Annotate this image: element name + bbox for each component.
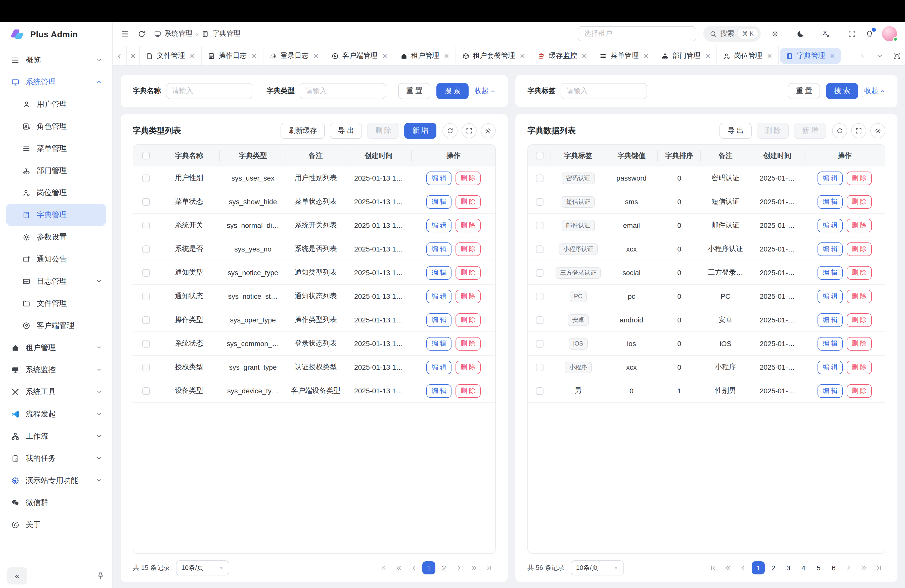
delete-button[interactable]: 删 除 [456, 361, 480, 374]
row-checkbox[interactable] [133, 190, 158, 213]
edit-button[interactable]: 编 辑 [818, 384, 843, 397]
edit-button[interactable]: 编 辑 [427, 361, 451, 374]
row-checkbox[interactable] [133, 332, 158, 355]
edit-button[interactable]: 编 辑 [427, 219, 451, 232]
tab-4[interactable]: 租户管理 ✕ [394, 46, 456, 65]
page-prev-button[interactable] [737, 561, 749, 574]
page-first-button[interactable] [707, 561, 719, 574]
breadcrumb-item-system[interactable]: 系统管理 [154, 29, 192, 38]
page-last-button[interactable] [872, 561, 885, 574]
tab-2[interactable]: 登录日志 ✕ [264, 46, 325, 65]
table-fullscreen-button[interactable] [851, 123, 866, 138]
row-checkbox[interactable] [528, 285, 551, 308]
page-number-1[interactable]: 1 [422, 561, 435, 574]
tabs-scroll-left[interactable] [113, 46, 127, 65]
dark-mode-moon-icon[interactable] [796, 29, 805, 38]
sidebar-item-14[interactable]: 系统监控 [6, 359, 106, 381]
sidebar-item-19[interactable]: 演示站专用功能 [6, 469, 106, 491]
tab-close-icon[interactable]: ✕ [705, 52, 711, 60]
filter-input[interactable]: 请输入 [300, 83, 386, 99]
delete-button[interactable]: 删 除 [456, 219, 480, 232]
row-checkbox[interactable] [528, 308, 551, 332]
page-number-2[interactable]: 2 [767, 561, 780, 574]
filter-input[interactable]: 请输入 [166, 83, 252, 99]
row-checkbox[interactable] [133, 379, 158, 402]
sidebar-item-0[interactable]: 概览 [6, 49, 106, 71]
tabs-scroll-right[interactable] [854, 46, 871, 65]
edit-button[interactable]: 编 辑 [427, 242, 451, 256]
edit-button[interactable]: 编 辑 [427, 313, 451, 327]
right-toolbar-button-0[interactable]: 导 出 [720, 123, 752, 139]
delete-button[interactable]: 删 除 [847, 266, 872, 280]
edit-button[interactable]: 编 辑 [818, 361, 843, 374]
sidebar-item-8[interactable]: 参数设置 [6, 226, 106, 248]
delete-button[interactable]: 删 除 [847, 195, 872, 208]
row-checkbox[interactable] [133, 285, 158, 308]
tab-close-icon[interactable]: ✕ [444, 52, 449, 60]
edit-button[interactable]: 编 辑 [818, 313, 843, 327]
sidebar-item-10[interactable]: DEV 日志管理 [6, 270, 106, 292]
collapse-filters-link[interactable]: 收起 [864, 86, 885, 95]
page-last-button[interactable] [483, 561, 496, 574]
page-first-button[interactable] [377, 561, 390, 574]
sidebar-item-2[interactable]: 用户管理 [6, 93, 106, 115]
row-checkbox[interactable] [133, 356, 158, 379]
page-fast-prev-button[interactable] [721, 561, 735, 574]
page-number-6[interactable]: 6 [827, 561, 840, 574]
tab-close-icon[interactable]: ✕ [313, 52, 319, 60]
tab-6[interactable]: redis 缓存监控 ✕ [532, 46, 594, 65]
sidebar-item-15[interactable]: 系统工具 [6, 381, 106, 403]
avatar[interactable] [882, 26, 897, 41]
page-size-select[interactable]: 10条/页▼ [570, 560, 624, 575]
edit-button[interactable]: 编 辑 [818, 289, 843, 303]
edit-button[interactable]: 编 辑 [427, 384, 451, 397]
sidebar-item-21[interactable]: 关于 [6, 513, 106, 536]
delete-button[interactable]: 删 除 [847, 242, 872, 256]
left-toolbar-button-3[interactable]: 新 增 [404, 123, 437, 139]
page-next-button[interactable] [842, 561, 855, 574]
pin-icon[interactable] [96, 571, 105, 580]
page-prev-button[interactable] [407, 561, 420, 574]
tab-close-icon[interactable]: ✕ [581, 52, 587, 60]
select-all-checkbox[interactable] [528, 145, 551, 167]
select-all-checkbox[interactable] [133, 145, 158, 167]
row-checkbox[interactable] [528, 261, 551, 284]
tab-close-icon[interactable]: ✕ [189, 52, 195, 60]
right-toolbar-button-2[interactable]: 新 增 [794, 123, 826, 139]
delete-button[interactable]: 删 除 [847, 171, 872, 185]
page-size-select[interactable]: 10条/页▼ [176, 560, 229, 575]
sidebar-item-11[interactable]: 文件管理 [6, 292, 106, 315]
tab-1[interactable]: 操作日志 ✕ [202, 46, 264, 65]
sidebar-item-4[interactable]: 菜单管理 [6, 137, 106, 159]
content-fullscreen-button[interactable] [888, 46, 905, 65]
edit-button[interactable]: 编 辑 [818, 195, 843, 208]
page-next-button[interactable] [452, 561, 465, 574]
edit-button[interactable]: 编 辑 [427, 289, 451, 303]
row-checkbox[interactable] [528, 379, 551, 402]
fullscreen-icon[interactable] [848, 29, 856, 38]
delete-button[interactable]: 删 除 [456, 313, 480, 327]
page-number-5[interactable]: 5 [812, 561, 825, 574]
sidebar-item-1[interactable]: 系统管理 [6, 71, 106, 93]
sidebar-item-9[interactable]: 通知公告 [6, 248, 106, 270]
page-fast-next-button[interactable] [857, 561, 870, 574]
search-button[interactable]: 搜 索 [437, 83, 468, 99]
page-number-4[interactable]: 4 [797, 561, 810, 574]
edit-button[interactable]: 编 辑 [818, 219, 843, 232]
delete-button[interactable]: 删 除 [456, 242, 480, 256]
row-checkbox[interactable] [528, 190, 551, 213]
sidebar-item-6[interactable]: 岗位管理 [6, 181, 106, 204]
row-checkbox[interactable] [528, 356, 551, 379]
hamburger-icon[interactable] [121, 29, 129, 38]
tab-10[interactable]: 字典管理 ✕ [780, 48, 841, 64]
collapse-filters-link[interactable]: 收起 [475, 86, 496, 95]
tab-close-icon[interactable]: ✕ [643, 52, 649, 60]
tab-0[interactable]: 文件管理 ✕ [140, 46, 202, 65]
delete-button[interactable]: 删 除 [456, 337, 480, 350]
sidebar-item-20[interactable]: 微信群 [6, 491, 106, 513]
sidebar-item-7[interactable]: 字典管理 [6, 204, 106, 226]
logo-row[interactable]: Plus Admin [0, 22, 112, 48]
sidebar-item-5[interactable]: 部门管理 [6, 159, 106, 181]
row-checkbox[interactable] [133, 167, 158, 190]
row-checkbox[interactable] [528, 237, 551, 261]
